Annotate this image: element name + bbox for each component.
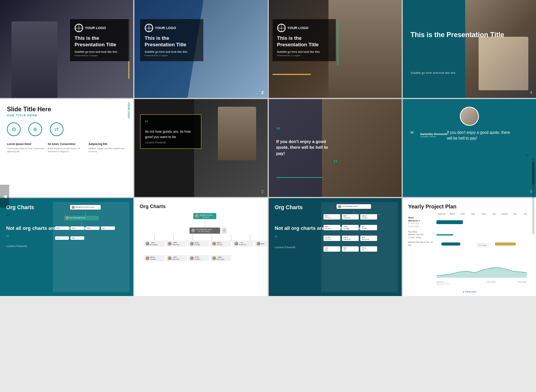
org-second-node: VICTORIA KARLSSONVP of Something [190,228,220,234]
timeline-area [436,267,527,278]
col-2-title: Sit Amet, Consectetur [48,142,86,146]
scroll-bar[interactable] [532,158,534,234]
slide-3[interactable]: YOUR LOGO This is the Presentation Title… [269,0,402,98]
slide-3-subtitle: Subtitle go here and look like this [277,50,331,53]
slide-3-title: This is the Presentation Title [277,35,331,48]
org-second-avatar [191,229,195,233]
org-child-avatar-4 [212,242,216,246]
slide-4-title: This is the Presentation Title [410,31,504,39]
gantt-bar-container-1 [436,220,531,224]
slide-8-avatar [460,107,479,126]
gantt-row-1: MajorMilestone 1 Fr. Jun 5 2011 To Jun 5… [408,216,531,228]
timeline-chart [436,264,527,278]
slide-2-subtitle: Subtitle go here and look like this [145,50,199,53]
gantt-label-1: MajorMilestone 1 Fr. Jun 5 2011 To Jun 5… [408,216,435,228]
quote-open-icon-8: " [410,130,413,140]
org-top-avatar [195,214,199,218]
col-3-title: Adipiscing Elit. [88,142,126,146]
slide-1-presenter: Presented by J.Lorgan [75,54,125,57]
scroll-thumb[interactable] [532,162,534,185]
slide-6[interactable]: " Its not how goodu are, its how good yo… [134,99,268,197]
org-child-1: AUG...Accounting [144,241,165,247]
org-child-avatar-3 [190,242,194,246]
month-aug: August [499,213,510,215]
slide-14[interactable]: Yearly Project Plan February March April… [403,198,536,296]
gantt-label-2: Place MinorMilestone Title Here1-2 Feb -… [408,231,435,239]
org-top-node: MIRIAM NILSSONPresident [193,213,216,219]
org-avatar-2 [66,216,69,220]
gantt-bar-3 [441,242,460,246]
org-child2-avatar-3 [190,256,194,260]
org-add-button[interactable]: + [222,228,227,234]
slide-12[interactable]: Org Charts " Not all org charts are made… [269,198,402,296]
quote-open-icon: " [145,119,196,128]
slide-5[interactable]: Slide Title Here SUB TITLE HERE ⚙ ⊕ ⇄ Lo… [0,99,133,197]
bottom-label-apr: Place Minor [518,281,527,283]
org-child-avatar-2 [168,242,172,246]
month-feb: February [436,213,447,215]
slide-5-icons: ⚙ ⊕ ⇄ [7,122,126,136]
gantt-bar-1 [436,220,463,224]
slide-1[interactable]: YOUR LOGO This is the Presentation Title… [0,0,133,98]
org-line-v2 [82,222,82,226]
slide-2-logo: YOUR LOGO [145,24,199,32]
col-3-text: eleifend. Integer convallis suscipit ant… [88,147,126,153]
slide-8[interactable]: " Samantha Simmonds Creative Officer If … [403,99,536,197]
slide-5-id: YOUR LOGO [127,102,130,119]
slide-7[interactable]: " If you don't enjoy a good quote, there… [269,99,402,197]
brand-globe-icon: ⊕ [462,291,464,293]
slide-11-title: Org Charts [140,203,262,209]
col-2-text: Etiam aliquet eu mi quis lacinia. Ut fer… [48,147,86,153]
slide-10[interactable]: Org Charts " Not all org charts are made… [0,198,133,296]
org-child-6: ANG... [255,241,268,247]
minor-labels: Milestone Title Here [436,279,450,286]
slide-4[interactable]: This is the Presentation Title Subtitle … [403,0,536,98]
slide-7-underline [276,177,322,178]
slide-12-mini-org: VICTORIA KARLSSON AUGVP Tech APRHelp Des… [321,202,398,292]
icon-link: ⊕ [28,122,42,136]
org-vline-1 [154,234,155,241]
month-may: May [468,213,478,215]
globe-icon [75,24,83,32]
slide-2-content: YOUR LOGO This is the Presentation Title… [140,19,203,61]
org-child-avatar-5 [234,242,238,246]
slide-10-org-preview: MIRIAM NILSSON President VICTORIA KARLSS… [53,202,129,292]
slide-11[interactable]: Org Charts MIRIAM NILSSONPresident VICTO… [134,198,268,296]
gantt-bar-2 [436,234,453,236]
gantt-svg [436,264,527,278]
months-row: February March April May June July Augus… [436,213,531,215]
org-child2-avatar-2 [168,256,172,260]
slide-3-content: YOUR LOGO This is the Presentation Title… [273,19,336,61]
slide-7-quote-area: " If you don't enjoy a good quote, there… [276,126,338,169]
slide-5-title: Slide Title Here [7,106,126,113]
org-child-2-4: MRA...Accounting [210,255,231,261]
slide-11-org-chart: MIRIAM NILSSONPresident VICTORIA KARLSSO… [140,213,262,286]
slide-8-author-name: Samantha Simmonds [420,133,447,135]
org-node-6: ALL... [101,226,115,230]
slide-4-num: 4 [530,91,532,95]
slide-2-logo-text: YOUR LOGO [155,26,176,30]
slide-1-content: YOUR LOGO This is the Presentation Title… [70,19,129,61]
col-1-text: Lorem ipsum dolor sit amet, consectetur … [7,147,45,153]
month-apr: April [458,213,468,215]
slide-grid: YOUR LOGO This is the Presentation Title… [0,0,536,296]
slide-2[interactable]: YOUR LOGO This is the Presentation Title… [134,0,268,98]
slide-1-person [11,21,57,98]
slide-5-col-3: Adipiscing Elit. eleifend. Integer conva… [88,142,126,153]
bottom-label-mar: Place Minor [487,281,496,283]
org-child-avatar-1 [145,242,149,246]
slide-3-arch [328,0,402,98]
org-child-4: KALLE...Facilities [210,241,231,247]
left-scroll-arrow[interactable] [0,185,9,208]
slide-10-mini-org: MIRIAM NILSSON President VICTORIA KARLSS… [53,202,129,292]
slide-1-subtitle: Subtitle go here and look like this [75,50,125,53]
slide-3-logo-text: YOUR LOGO [288,26,309,30]
quote-close-icon-8: " [525,153,528,163]
slide-5-col-1: Lorem Ipsum Dolor Lorem ipsum dolor sit … [7,142,45,153]
slide-12-org-preview: VICTORIA KARLSSON AUGVP Tech APRHelp Des… [321,202,398,292]
org-line-v-1 [205,221,205,228]
org-node-5: ANG... [86,226,100,230]
slide-5-subtitle: SUB TITLE HERE [7,114,126,117]
slide-1-logo: YOUR LOGO [75,24,125,32]
org-vline-4 [212,234,212,241]
